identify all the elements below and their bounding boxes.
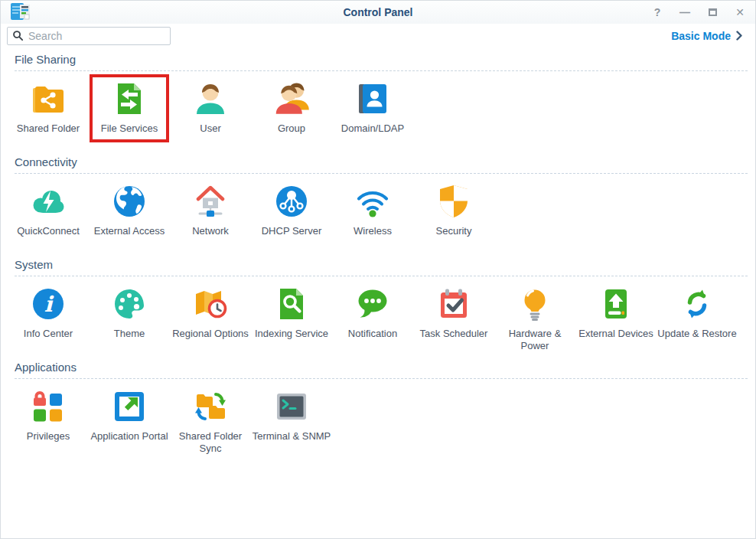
- shared-folder-sync-icon: [192, 388, 229, 425]
- wireless-icon: [354, 183, 391, 220]
- cp-item-shared-folder-sync[interactable]: Shared Folder Sync: [170, 388, 251, 455]
- cp-item-external-devices[interactable]: External Devices: [575, 286, 657, 340]
- security-icon: [435, 183, 472, 220]
- notification-icon: [354, 286, 391, 322]
- section-items-applications: PrivilegesApplication PortalShared Folde…: [1, 379, 755, 457]
- external-devices-icon: [598, 286, 634, 322]
- cp-item-network[interactable]: Network: [170, 183, 251, 237]
- quickconnect-icon: [30, 183, 67, 220]
- section-header-connectivity: Connectivity: [15, 155, 748, 174]
- shared-folder-icon: [30, 80, 67, 117]
- cp-item-shared-folder[interactable]: Shared Folder: [8, 80, 89, 135]
- domain-ldap-icon: [354, 80, 391, 117]
- cp-item-external-access[interactable]: External Access: [89, 183, 170, 237]
- update-restore-icon: [679, 286, 715, 322]
- item-label: DHCP Server: [262, 225, 322, 237]
- item-label: User: [200, 122, 220, 135]
- section-connectivity: ConnectivityQuickConnectExternal AccessN…: [1, 155, 755, 252]
- item-label: Application Portal: [90, 430, 168, 443]
- cp-item-application-portal[interactable]: Application Portal: [89, 388, 170, 443]
- section-header-file-sharing: File Sharing: [15, 53, 748, 71]
- item-label: Theme: [114, 328, 145, 340]
- indexing-service-icon: [273, 286, 310, 322]
- search-icon: [12, 30, 24, 41]
- external-access-icon: [111, 183, 148, 220]
- section-applications: ApplicationsPrivilegesApplication Portal…: [1, 361, 755, 457]
- item-label: Security: [436, 225, 472, 237]
- section-items-connectivity: QuickConnectExternal AccessNetworkDHCP S…: [1, 174, 755, 252]
- cp-item-quickconnect[interactable]: QuickConnect: [8, 183, 89, 237]
- hardware-power-icon: [516, 286, 553, 322]
- cp-item-regional-options[interactable]: Regional Options: [170, 286, 251, 340]
- section-header-applications: Applications: [15, 361, 748, 379]
- minimize-icon[interactable]: —: [679, 6, 691, 18]
- sections: File SharingShared FolderFile ServicesUs…: [1, 53, 755, 457]
- cp-item-dhcp-server[interactable]: DHCP Server: [251, 183, 332, 237]
- item-label: QuickConnect: [17, 225, 80, 237]
- application-portal-icon: [111, 388, 148, 425]
- item-label: Hardware & Power: [494, 328, 575, 352]
- task-scheduler-icon: [435, 286, 472, 322]
- section-header-system: System: [15, 258, 748, 276]
- item-label: Shared Folder: [17, 122, 80, 135]
- item-label: Regional Options: [172, 328, 249, 340]
- item-label: External Devices: [578, 328, 653, 340]
- item-label: Task Scheduler: [420, 328, 488, 340]
- cp-item-terminal-snmp[interactable]: Terminal & SNMP: [251, 388, 332, 443]
- item-label: File Services: [101, 122, 158, 135]
- item-label: Info Center: [24, 328, 73, 340]
- cp-item-theme[interactable]: Theme: [89, 286, 170, 340]
- maximize-icon[interactable]: [706, 6, 719, 18]
- dhcp-server-icon: [273, 183, 310, 220]
- item-label: Network: [192, 225, 229, 237]
- file-services-icon: [111, 80, 148, 117]
- group-icon: [273, 80, 310, 117]
- regional-options-icon: [192, 286, 229, 322]
- control-panel-app-icon: [10, 2, 33, 22]
- cp-item-wireless[interactable]: Wireless: [332, 183, 413, 237]
- item-label: Indexing Service: [255, 328, 328, 340]
- help-icon[interactable]: ?: [651, 6, 663, 18]
- basic-mode-link[interactable]: Basic Mode: [671, 30, 748, 42]
- titlebar: Control Panel ? — ✕: [1, 1, 755, 24]
- item-label: Terminal & SNMP: [253, 430, 331, 443]
- item-label: Privileges: [27, 430, 70, 443]
- cp-item-update-restore[interactable]: Update & Restore: [657, 286, 738, 340]
- cp-item-domain-ldap[interactable]: Domain/LDAP: [332, 80, 413, 135]
- cp-item-privileges[interactable]: Privileges: [8, 388, 89, 443]
- section-items-file-sharing: Shared FolderFile ServicesUserGroupDomai…: [1, 71, 755, 149]
- info-center-icon: i: [30, 286, 67, 322]
- theme-icon: [111, 286, 148, 322]
- search-box[interactable]: [7, 27, 171, 45]
- section-system: SystemiInfo CenterThemeRegional OptionsI…: [1, 258, 755, 354]
- cp-item-file-services[interactable]: File Services: [89, 80, 170, 135]
- cp-item-hardware-power[interactable]: Hardware & Power: [494, 286, 575, 352]
- section-items-system: iInfo CenterThemeRegional OptionsIndexin…: [1, 276, 755, 354]
- window-title: Control Panel: [1, 6, 755, 18]
- close-icon[interactable]: ✕: [734, 6, 746, 18]
- window-controls: ? — ✕: [651, 6, 746, 18]
- control-panel-window: Control Panel ? — ✕ Basic Mode File Shar…: [0, 0, 756, 539]
- cp-item-task-scheduler[interactable]: Task Scheduler: [413, 286, 494, 340]
- section-file-sharing: File SharingShared FolderFile ServicesUs…: [1, 53, 755, 149]
- toolbar: Basic Mode: [1, 24, 755, 47]
- basic-mode-label: Basic Mode: [671, 30, 731, 42]
- user-icon: [192, 80, 229, 117]
- cp-item-info-center[interactable]: iInfo Center: [8, 286, 89, 340]
- cp-item-notification[interactable]: Notification: [332, 286, 413, 340]
- cp-item-security[interactable]: Security: [413, 183, 494, 237]
- network-icon: [192, 183, 229, 220]
- terminal-snmp-icon: [273, 388, 310, 425]
- search-input[interactable]: [28, 30, 165, 42]
- item-label: Shared Folder Sync: [170, 430, 251, 455]
- item-label: Group: [278, 122, 305, 135]
- item-label: Notification: [348, 328, 397, 340]
- cp-item-user[interactable]: User: [170, 80, 251, 135]
- item-label: Domain/LDAP: [341, 122, 404, 135]
- cp-item-indexing-service[interactable]: Indexing Service: [251, 286, 332, 340]
- item-label: Wireless: [354, 225, 392, 237]
- chevron-right-icon: [736, 31, 743, 41]
- item-label: Update & Restore: [657, 328, 736, 340]
- cp-item-group[interactable]: Group: [251, 80, 332, 135]
- privileges-icon: [30, 388, 67, 425]
